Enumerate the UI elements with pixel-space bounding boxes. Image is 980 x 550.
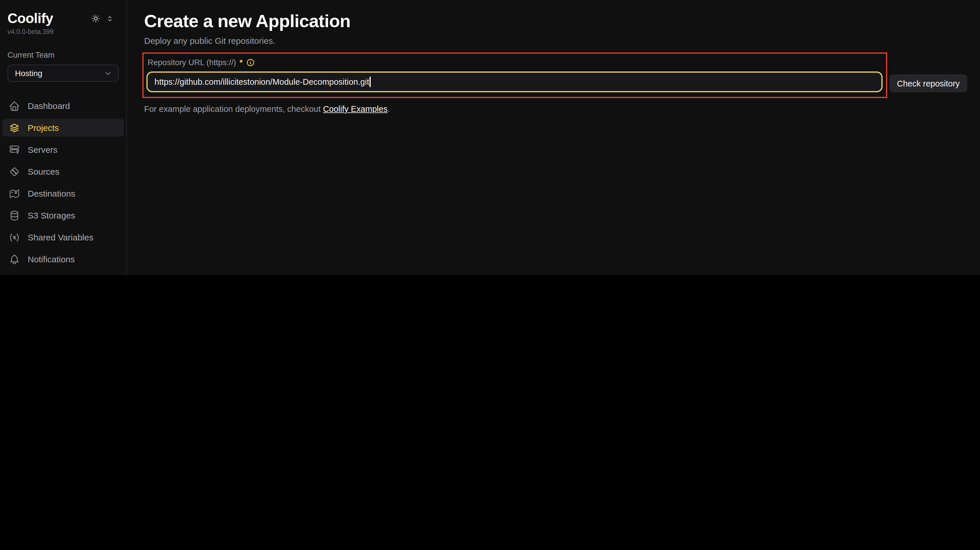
sidebar-item-sources[interactable]: Sources xyxy=(2,162,124,180)
sidebar-item-label: Shared Variables xyxy=(28,232,93,242)
repository-url-value: https://github.com/illicitestonion/Modul… xyxy=(154,77,369,86)
sidebar-item-label: Projects xyxy=(28,123,59,133)
coolify-app: Coolify xyxy=(0,0,980,275)
sidebar-item-projects[interactable]: Projects xyxy=(2,119,124,137)
git-icon xyxy=(9,166,20,177)
bell-icon xyxy=(9,253,20,265)
team-select[interactable]: Hosting xyxy=(8,65,119,82)
repository-form-row: Repository URL (https://) * https://gith… xyxy=(142,52,967,98)
required-marker: * xyxy=(240,57,243,68)
help-suffix: . xyxy=(388,104,390,114)
sidebar-item-notifications[interactable]: Notifications xyxy=(2,250,124,268)
page-title: Create a new Application xyxy=(144,10,967,33)
sidebar-item-keys-tokens[interactable]: Keys & Tokens xyxy=(2,272,124,275)
stack-icon xyxy=(9,122,20,134)
repository-url-label: Repository URL (https://) xyxy=(148,57,236,68)
map-icon xyxy=(9,188,20,199)
sidebar-item-servers[interactable]: Servers xyxy=(2,141,124,159)
sidebar-item-label: Servers xyxy=(28,145,57,154)
sidebar: Coolify xyxy=(0,0,127,275)
theme-toggle-button[interactable] xyxy=(91,13,101,24)
repository-url-input[interactable]: https://github.com/illicitestonion/Modul… xyxy=(146,72,883,92)
example-help-text: For example application deployments, che… xyxy=(144,103,967,115)
variable-icon xyxy=(9,232,20,243)
sidebar-item-dashboard[interactable]: Dashboard xyxy=(2,97,124,115)
info-icon[interactable] xyxy=(246,58,255,67)
sidebar-item-destinations[interactable]: Destinations xyxy=(2,184,124,202)
team-label: Current Team xyxy=(8,51,119,59)
sidebar-header: Coolify xyxy=(0,0,126,35)
sidebar-item-label: Destinations xyxy=(28,189,75,198)
team-section: Current Team Hosting xyxy=(0,35,126,82)
chevron-down-icon xyxy=(104,69,112,78)
page-subtitle: Deploy any public Git repositories. xyxy=(144,35,967,47)
sun-icon xyxy=(91,13,101,24)
selector-icon xyxy=(106,15,114,22)
check-repository-button[interactable]: Check repository xyxy=(889,75,967,92)
sidebar-item-label: Sources xyxy=(28,167,59,176)
coolify-examples-link[interactable]: Coolify Examples xyxy=(323,104,388,114)
sidebar-item-label: S3 Storages xyxy=(28,210,75,220)
app-version: v4.0.0-beta.399 xyxy=(8,28,114,35)
help-prefix: For example application deployments, che… xyxy=(144,104,323,114)
sidebar-item-shared-variables[interactable]: Shared Variables xyxy=(2,228,124,246)
sidebar-nav: Dashboard Projects xyxy=(2,97,124,275)
repository-url-label-row: Repository URL (https://) * xyxy=(148,57,883,68)
sidebar-collapse-button[interactable] xyxy=(106,15,114,22)
text-caret xyxy=(370,77,371,87)
main-content: Create a new Application Deploy any publ… xyxy=(127,0,980,275)
sidebar-item-label: Dashboard xyxy=(28,101,70,111)
server-icon xyxy=(9,144,20,155)
app-logo: Coolify xyxy=(8,10,53,27)
home-icon xyxy=(9,100,20,111)
sidebar-item-s3-storages[interactable]: S3 Storages xyxy=(2,207,124,224)
team-selected-value: Hosting xyxy=(15,68,42,78)
database-icon xyxy=(9,210,20,221)
sidebar-item-label: Notifications xyxy=(28,254,75,264)
annotation-highlight-box: Repository URL (https://) * https://gith… xyxy=(142,52,887,98)
